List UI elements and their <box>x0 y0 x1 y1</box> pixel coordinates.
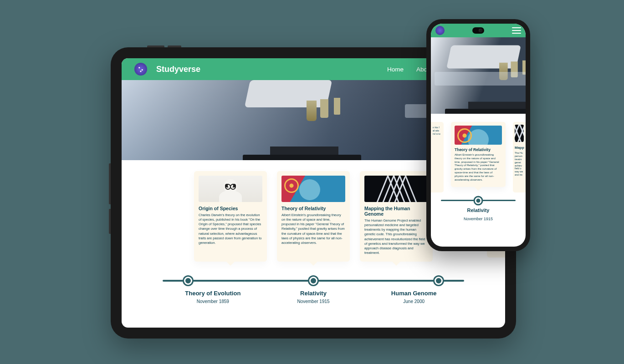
card-title: Theory of Relativity <box>281 206 345 211</box>
card-image-darwin <box>199 176 262 202</box>
timeline-card-relativity[interactable]: Theory of Relativity Albert Einstein's g… <box>451 122 506 187</box>
card-description: Charles Darwin's theory on the evolution… <box>199 213 262 245</box>
card-image-einstein <box>281 176 345 202</box>
brand-name[interactable]: Studyverse <box>156 65 200 74</box>
card-description: Albert Einstein's groundbreaking theory … <box>281 213 345 245</box>
timeline-dot-evolution[interactable] <box>184 277 192 285</box>
timeline-labels: Theory of Evolution November 1859 Relati… <box>163 290 464 304</box>
card-title: Theory of Relativity <box>455 147 502 152</box>
card-description: Albert Einstein's groundbreaking theory … <box>455 153 502 182</box>
logo-icon[interactable] <box>134 63 147 76</box>
timeline-label-date: November 1859 <box>163 299 263 304</box>
mobile-header <box>431 24 526 37</box>
microscope-illustration <box>229 80 366 160</box>
logo-icon[interactable] <box>435 26 445 35</box>
timeline-label-title: Human Genome <box>363 290 464 297</box>
tablet-volume-button <box>168 46 181 47</box>
phone-device-frame: n his f al aits nd a to Theory of Relati… <box>426 19 530 251</box>
mobile-hero-image <box>431 37 526 114</box>
timeline-card-genome[interactable]: Mapping the Human Genome The Human Genom… <box>360 171 433 262</box>
timeline-label-genome: Human Genome June 2000 <box>363 290 464 304</box>
mobile-cards-row: Theory of Relativity Albert Einstein's g… <box>431 122 526 187</box>
phone-camera-notch <box>472 27 484 34</box>
timeline-label-title: Theory of Evolution <box>163 290 263 297</box>
card-title: Mapping the Human Genome <box>364 206 428 217</box>
card-title: Origin of Species <box>199 206 262 211</box>
phone-screen: n his f al aits nd a to Theory of Relati… <box>431 24 526 247</box>
card-description-partial: The Hu person treatm genet achiev field … <box>515 152 524 177</box>
lab-items-illustration <box>435 72 526 114</box>
timeline-card-relativity[interactable]: Theory of Relativity Albert Einstein's g… <box>277 171 350 262</box>
card-image-einstein <box>455 126 502 145</box>
timeline-label-date: November 1915 <box>441 217 516 221</box>
timeline-label-date: November 1915 <box>263 299 364 304</box>
timeline-track: Theory of Evolution November 1859 Relati… <box>122 280 505 304</box>
timeline-label-date: June 2000 <box>363 299 464 304</box>
timeline-label-title: Relativity <box>441 207 516 213</box>
timeline-dot-relativity[interactable] <box>475 197 482 204</box>
mobile-timeline-track: Relativity November 1915 <box>431 200 526 221</box>
timeline-label-relativity: Relativity November 1915 <box>263 290 364 304</box>
timeline-label-title: Relativity <box>263 290 364 297</box>
tablet-power-button <box>147 46 164 47</box>
timeline-label-evolution: Theory of Evolution November 1859 <box>163 290 263 304</box>
timeline-line <box>163 280 464 282</box>
timeline-label-relativity: Relativity November 1915 <box>441 207 516 221</box>
hamburger-menu-icon[interactable] <box>512 27 521 34</box>
timeline-card-evolution[interactable]: Origin of Species Charles Darwin's theor… <box>194 171 267 262</box>
card-description: The Human Genome Project enabled persona… <box>364 218 428 255</box>
nav-home[interactable]: Home <box>387 66 404 73</box>
timeline-card-partial-right[interactable]: Mapp The Hu person treatm genet achiev f… <box>513 122 526 192</box>
card-title-partial: Mapp <box>515 146 524 150</box>
timeline-dot-relativity[interactable] <box>309 277 317 285</box>
card-image-dna <box>364 176 428 202</box>
timeline-dot-genome[interactable] <box>435 277 443 285</box>
timeline-line <box>441 200 516 201</box>
card-image-dna <box>515 125 524 142</box>
mobile-timeline-section: n his f al aits nd a to Theory of Relati… <box>431 114 526 247</box>
